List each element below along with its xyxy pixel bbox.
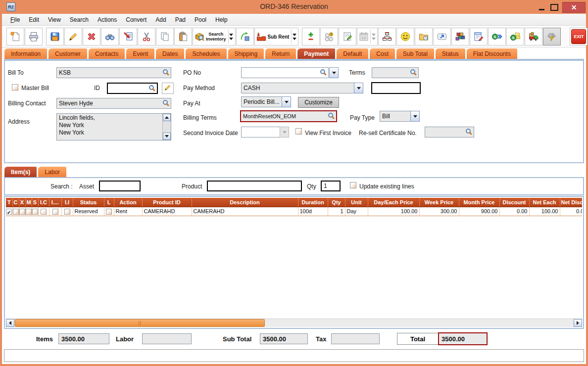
scroll-up-icon[interactable] (163, 114, 171, 121)
qty-input[interactable]: 1 (321, 181, 341, 191)
bill-to-field[interactable]: KSB (56, 67, 171, 78)
pay-type-dropdown[interactable] (410, 111, 420, 122)
menu-pad[interactable]: Pad (171, 15, 190, 25)
menu-edit[interactable]: Edit (24, 15, 44, 25)
exit-button[interactable]: EXIT (570, 28, 588, 46)
tab-information[interactable]: Information (4, 48, 48, 59)
billing-terms-field[interactable]: MonthResetON_EOM (240, 110, 337, 122)
smiley-button[interactable] (396, 28, 414, 46)
menu-actions[interactable]: Actions (93, 15, 121, 25)
pay-method-combo[interactable]: CASH (241, 83, 354, 93)
notes-button[interactable] (339, 28, 356, 46)
quick-action-button[interactable] (543, 28, 561, 46)
print-button[interactable] (25, 28, 43, 46)
pay-method-extra-field[interactable] (371, 82, 421, 94)
tab-status[interactable]: Status (435, 48, 466, 59)
resell-certificate-field[interactable] (425, 127, 474, 137)
edit-id-button[interactable] (162, 83, 174, 94)
table-row[interactable]: Reserved Rent CAMERAHD CAMERAHD 100d 1 D… (6, 207, 582, 216)
search-icon[interactable] (328, 113, 333, 118)
address-textarea[interactable]: Lincoln fields, New York New York (56, 113, 171, 140)
row-m-checkbox[interactable] (26, 209, 32, 215)
row-ic-checkbox[interactable] (41, 209, 47, 215)
copy-button[interactable] (156, 28, 174, 46)
cut-button[interactable] (138, 28, 155, 46)
asset-input[interactable] (99, 181, 141, 191)
table-header-row[interactable]: TC XM SI.C I....I.I StatusL ActionProduc… (6, 198, 582, 207)
row-t-checkbox[interactable] (6, 209, 12, 215)
pool-button[interactable]: ? (320, 28, 338, 46)
find-button[interactable] (101, 28, 119, 46)
edit-button[interactable] (64, 28, 82, 46)
pay-method-dropdown[interactable] (354, 83, 363, 93)
tab-shipping[interactable]: Shipping (228, 48, 265, 59)
pay-at-combo[interactable]: Periodic Bill... (241, 96, 282, 107)
po-no-field[interactable] (241, 67, 329, 78)
minimize-button[interactable] (536, 2, 547, 13)
sales-notes-button[interactable]: S (506, 28, 524, 46)
search-icon[interactable] (466, 129, 471, 134)
second-invoice-date-field[interactable] (241, 127, 280, 137)
sales-forward-button[interactable]: S (488, 28, 506, 46)
scroll-left-icon[interactable] (6, 319, 14, 327)
search-icon[interactable] (163, 69, 168, 74)
tab-customer[interactable]: Customer (48, 48, 88, 59)
row-idot-checkbox[interactable] (52, 209, 58, 215)
sub-rent-dropdown[interactable] (291, 30, 297, 44)
menu-file[interactable]: File (6, 15, 24, 25)
row-l-checkbox[interactable] (106, 209, 112, 215)
row-x-checkbox[interactable] (19, 209, 25, 215)
menu-convert[interactable]: Convert (121, 15, 151, 25)
tab-labor[interactable]: Labor (38, 166, 67, 177)
delete-button[interactable] (83, 28, 100, 46)
customize-button[interactable]: Customize (298, 97, 339, 108)
search-icon[interactable] (320, 69, 325, 74)
new-button[interactable] (6, 28, 24, 46)
po-no-dropdown[interactable] (329, 67, 339, 78)
scroll-right-icon[interactable] (574, 319, 582, 327)
search-inventory-button[interactable]: SearchInventory (193, 28, 236, 46)
row-c-checkbox[interactable] (13, 209, 19, 215)
cubes-button[interactable] (451, 28, 469, 46)
save-button[interactable] (46, 28, 64, 46)
add-remove-button[interactable] (302, 28, 320, 46)
view-first-invoice-checkbox[interactable] (295, 128, 302, 135)
convert-button[interactable] (236, 28, 254, 46)
send-button[interactable] (433, 28, 451, 46)
form-edit-button[interactable] (470, 28, 488, 46)
tab-default[interactable]: Default (336, 48, 369, 59)
address-scrollbar[interactable] (162, 114, 171, 140)
horizontal-scrollbar[interactable]: || (6, 319, 582, 327)
menu-view[interactable]: View (44, 15, 65, 25)
row-ii-checkbox[interactable] (64, 209, 70, 215)
pay-at-dropdown[interactable] (282, 96, 291, 107)
pay-type-combo[interactable]: Bill (380, 111, 411, 122)
update-existing-lines-checkbox[interactable] (350, 182, 356, 188)
product-input[interactable] (207, 181, 302, 191)
search-icon[interactable] (149, 85, 154, 90)
terms-field[interactable] (372, 67, 419, 78)
row-s-checkbox[interactable] (32, 209, 38, 215)
billing-contact-field[interactable]: Steven Hyde (56, 98, 171, 109)
tab-cost[interactable]: Cost (369, 48, 395, 59)
menu-pool[interactable]: Pool (190, 15, 211, 25)
scroll-down-icon[interactable] (163, 133, 171, 140)
menu-search[interactable]: Search (65, 15, 93, 25)
master-bill-checkbox[interactable] (12, 84, 18, 91)
sub-rent-button[interactable]: Sub Rent (254, 28, 299, 46)
delivery-button[interactable] (525, 28, 542, 46)
tab-schedules[interactable]: Schedules (185, 48, 227, 59)
tab-contacts[interactable]: Contacts (88, 48, 125, 59)
paste-button[interactable] (174, 28, 192, 46)
tab-event[interactable]: Event (126, 48, 155, 59)
copy-to-button[interactable] (119, 28, 137, 46)
title-bar[interactable]: R2 ORD-346 Reservation (0, 0, 588, 14)
tab-dates[interactable]: Dates (155, 48, 185, 59)
tab-sub-total[interactable]: Sub Total (396, 48, 435, 59)
search-icon[interactable] (163, 100, 168, 105)
items-table[interactable]: TC XM SI.C I....I.I StatusL ActionProduc… (6, 198, 582, 216)
search-icon[interactable] (410, 69, 415, 74)
tab-flat-discounts[interactable]: Flat Discounts (466, 48, 518, 59)
id-field[interactable] (107, 83, 158, 94)
close-button[interactable] (562, 2, 586, 13)
